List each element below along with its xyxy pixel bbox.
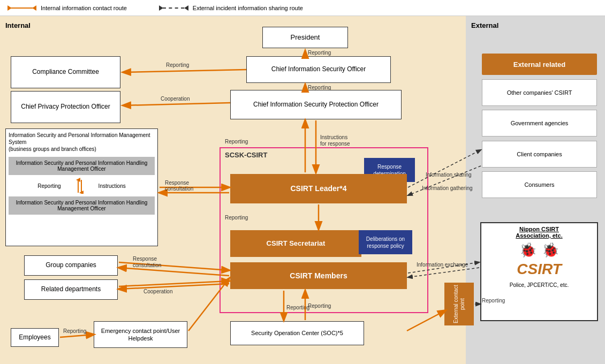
diagram-container: { "legend": { "solid_label": "Internal i… xyxy=(0,0,605,364)
nippon-csirt-box: Nippon CSIRTAssociation, etc. 🐞 🐞 CSIRT … xyxy=(480,222,598,321)
dashed-arrow-icon xyxy=(159,5,188,11)
csirt-icons: 🐞 🐞 xyxy=(519,242,559,259)
other-csirt-box: Other companies' CSIRT xyxy=(482,79,597,106)
scsk-csirt-label: SCSK-CSIRT xyxy=(225,151,267,159)
external-related-box: External related xyxy=(482,54,597,75)
report-instructions-arrows xyxy=(72,178,88,194)
legend-solid: Internal information contact route xyxy=(8,5,127,11)
reporting-sub-label: Reporting xyxy=(37,183,61,189)
csirt-logo: CSIRT xyxy=(517,261,562,278)
external-contact-box: External contact point xyxy=(444,283,474,325)
president-box: President xyxy=(262,27,348,48)
legend-dashed-label: External incident information sharing ro… xyxy=(193,5,303,11)
chief-privacy-box: Chief Privacy Protection Officer xyxy=(11,91,120,123)
emergency-contact-box: Emergency contact point/User Helpdesk xyxy=(94,321,187,348)
bug-icon-right: 🐞 xyxy=(542,242,559,259)
related-departments-box: Related departments xyxy=(24,279,118,300)
government-box: Government agencies xyxy=(482,110,597,136)
external-label: External xyxy=(471,21,600,29)
info-system-label: Information Security and Personal Inform… xyxy=(9,132,155,153)
solid-arrow-icon xyxy=(8,5,36,11)
csirt-leader-box: CSIRT Leader*4 xyxy=(230,174,407,203)
group-companies-box: Group companies xyxy=(24,255,118,276)
consumers-box: Consumers xyxy=(482,171,597,198)
info-handling-officer1: Information Security and Personal Inform… xyxy=(9,157,155,175)
nippon-label: Nippon CSIRTAssociation, etc. xyxy=(516,226,562,239)
employees-box: Employees xyxy=(11,328,59,347)
deliberations-box: Deliberations on response policy xyxy=(359,230,412,254)
chief-info-security-protection-box: Chief Information Security Protection Of… xyxy=(230,90,402,119)
internal-label: Internal xyxy=(5,21,460,29)
legend-bar: Internal information contact route Exter… xyxy=(0,0,605,16)
compliance-committee-box: Compliance Committee xyxy=(11,56,120,88)
police-label: Police, JPCERT/CC, etc. xyxy=(510,282,569,288)
instructions-sub-label: Instructions xyxy=(99,183,126,189)
legend-solid-label: Internal information contact route xyxy=(41,5,127,11)
csirt-members-box: CSIRT Members xyxy=(230,262,407,289)
csirt-secretariat-box: CSIRT Secretariat xyxy=(230,230,361,257)
soc-box: Security Operation Center (SOC)*5 xyxy=(230,321,364,345)
chief-info-security-box: Chief Information Security Officer xyxy=(246,56,391,83)
legend-dashed: External incident information sharing ro… xyxy=(159,5,303,11)
info-handling-officer2: Information Security and Personal Inform… xyxy=(9,196,155,215)
info-system-box: Information Security and Personal Inform… xyxy=(5,128,158,246)
client-companies-box: Client companies xyxy=(482,141,597,168)
bug-icon-left: 🐞 xyxy=(519,242,536,259)
